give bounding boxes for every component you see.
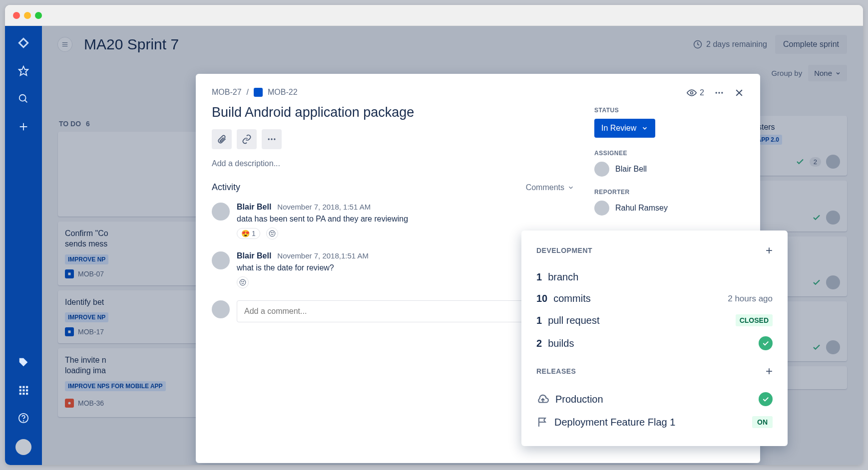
description-input[interactable]: Add a description...	[212, 159, 574, 168]
smiley-icon	[269, 230, 276, 237]
chevron-down-icon	[641, 125, 648, 132]
assignee-field[interactable]: Blair Bell	[594, 162, 744, 177]
reaction-pill[interactable]: 😍 1	[237, 228, 260, 239]
close-dot[interactable]	[13, 12, 20, 19]
dots-icon	[267, 134, 277, 144]
comment-author[interactable]: Blair Bell	[237, 251, 271, 260]
eye-icon	[687, 88, 697, 98]
breadcrumb-parent[interactable]: MOB-27	[212, 88, 242, 97]
dev-row-commits[interactable]: 10 commits 2 hours ago	[536, 288, 773, 309]
svg-point-34	[718, 92, 720, 93]
reaction-count: 1	[252, 230, 256, 237]
success-icon	[759, 336, 773, 350]
close-icon	[734, 88, 744, 98]
svg-rect-12	[22, 393, 24, 395]
grid-icon[interactable]	[16, 383, 30, 397]
success-icon	[759, 392, 773, 406]
dev-row-builds[interactable]: 2 builds	[536, 331, 773, 355]
chevron-down-icon	[567, 184, 574, 191]
maximize-dot[interactable]	[35, 12, 42, 19]
svg-point-15	[23, 421, 24, 421]
watch-button[interactable]: 2	[687, 88, 704, 98]
current-user-avatar[interactable]	[212, 300, 230, 318]
svg-rect-10	[26, 389, 28, 391]
dev-row-branch[interactable]: 1 branch	[536, 266, 773, 288]
tag-icon[interactable]	[16, 355, 30, 369]
add-development-button[interactable]: +	[766, 243, 773, 257]
release-label: Production	[555, 394, 603, 405]
breadcrumb-child[interactable]: MOB-22	[268, 88, 298, 97]
activity-filter[interactable]: Comments	[526, 183, 574, 192]
attach-button[interactable]	[212, 129, 232, 149]
help-icon[interactable]	[16, 411, 30, 425]
issue-title[interactable]: Build Android application package	[212, 105, 574, 120]
dev-row-pr[interactable]: 1 pull request CLOSED	[536, 309, 773, 331]
link-icon	[242, 134, 252, 144]
dev-count: 10	[536, 293, 547, 304]
svg-point-23	[268, 138, 270, 140]
svg-point-32	[691, 92, 693, 94]
reaction-emoji: 😍	[241, 230, 250, 237]
comment: Blair Bell November 7, 2018, 1:51 AM dat…	[212, 203, 574, 239]
watch-count: 2	[700, 88, 704, 97]
svg-point-25	[274, 138, 275, 140]
close-button[interactable]	[734, 88, 744, 98]
comment-author[interactable]: Blair Bell	[237, 203, 271, 212]
development-panel: DEVELOPMENT + 1 branch 10 commits 2 hour…	[521, 231, 788, 446]
breadcrumb-sep: /	[247, 88, 249, 97]
star-icon[interactable]	[16, 64, 30, 78]
svg-point-1	[19, 95, 26, 101]
link-button[interactable]	[237, 129, 257, 149]
plus-icon[interactable]	[16, 120, 30, 134]
development-heading: DEVELOPMENT	[536, 246, 592, 254]
svg-marker-0	[19, 66, 28, 75]
reporter-avatar	[594, 201, 609, 216]
svg-rect-8	[19, 389, 21, 391]
release-label: Deployment Feature Flag 1	[554, 417, 675, 428]
comment-avatar[interactable]	[212, 251, 230, 269]
comment: Blair Bell November 7, 2018,1:51 AM what…	[212, 251, 574, 288]
reporter-label: Reporter	[594, 189, 744, 196]
svg-rect-13	[26, 393, 28, 395]
breadcrumb: MOB-27 / MOB-22	[212, 88, 574, 97]
svg-rect-6	[22, 386, 24, 388]
assignee-name: Blair Bell	[615, 165, 647, 174]
search-icon[interactable]	[16, 92, 30, 106]
release-row-flag[interactable]: Deployment Feature Flag 1 ON	[536, 411, 773, 433]
dev-label: branch	[548, 271, 578, 283]
window-titlebar	[5, 5, 863, 26]
paperclip-icon	[217, 134, 227, 144]
minimize-dot[interactable]	[24, 12, 31, 19]
dev-count: 2	[536, 338, 542, 349]
activity-heading: Activity	[212, 182, 240, 193]
task-icon	[254, 88, 263, 97]
more-button[interactable]	[262, 129, 282, 149]
comment-avatar[interactable]	[212, 203, 230, 221]
assignee-label: Assignee	[594, 150, 744, 157]
dev-count: 1	[536, 315, 542, 326]
svg-rect-7	[26, 386, 28, 388]
nav-rail	[5, 26, 42, 465]
comment-date: November 7, 2018, 1:51 AM	[277, 203, 371, 211]
release-row-production[interactable]: Production	[536, 387, 773, 411]
jira-logo-icon[interactable]	[16, 36, 30, 50]
add-reaction-button[interactable]	[237, 276, 249, 288]
reporter-field[interactable]: Rahul Ramsey	[594, 201, 744, 216]
flag-icon	[536, 416, 548, 428]
smiley-icon	[239, 279, 246, 286]
svg-point-24	[271, 138, 272, 140]
svg-point-27	[271, 233, 271, 233]
svg-rect-5	[19, 386, 21, 388]
svg-point-35	[721, 92, 723, 93]
dots-icon	[714, 88, 724, 98]
status-label: Status	[594, 107, 744, 114]
svg-point-28	[273, 233, 273, 233]
add-release-button[interactable]: +	[766, 364, 773, 378]
releases-heading: RELEASES	[536, 367, 576, 375]
status-value: In Review	[601, 124, 636, 133]
status-dropdown[interactable]: In Review	[594, 119, 655, 138]
user-avatar[interactable]	[15, 439, 31, 455]
add-reaction-button[interactable]	[266, 228, 278, 239]
svg-point-33	[716, 92, 717, 93]
more-icon[interactable]	[714, 88, 724, 98]
